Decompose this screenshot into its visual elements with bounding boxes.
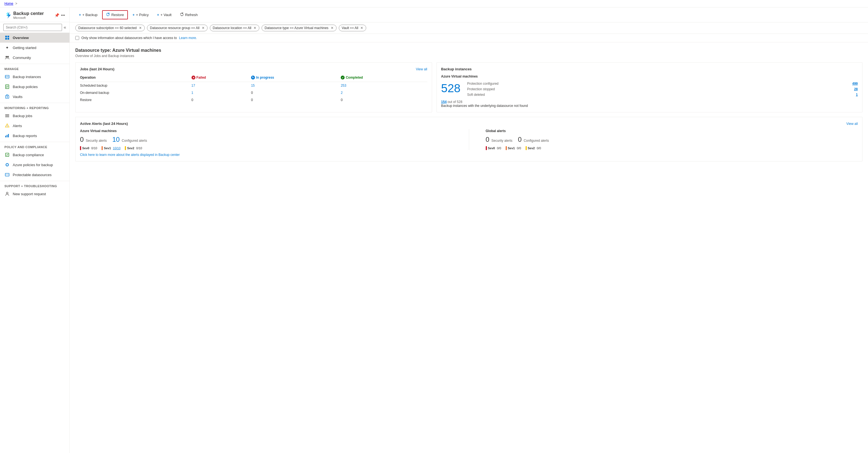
filter-subscription-label: Datasource subscription == 60 selected [78, 26, 137, 30]
more-options-button[interactable]: ••• [61, 13, 65, 18]
sidebar-item-backup-reports[interactable]: Backup reports [0, 131, 69, 141]
global-sev1-bar-icon [506, 146, 507, 150]
bi-soft-deleted-value[interactable]: 1 [856, 93, 858, 97]
sidebar-item-new-support-request[interactable]: New support request [0, 189, 69, 199]
filter-location-label: Datasource location == All [213, 26, 251, 30]
job-inprogress-link[interactable]: 15 [251, 84, 255, 88]
filter-datasource-type-label: Datasource type == Azure Virtual machine… [265, 26, 329, 30]
filter-datasource-type-close-icon[interactable]: ✕ [331, 26, 334, 30]
learn-more-link[interactable]: Learn more. [179, 36, 197, 40]
filter-location-close-icon[interactable]: ✕ [253, 26, 256, 30]
global-security-count-item: 0 Security alerts [486, 136, 513, 144]
datasource-access-label: Only show information about datasources … [82, 36, 177, 40]
azure-configured-count: 10 [113, 136, 120, 143]
community-icon [4, 55, 10, 60]
filter-resource-group-label: Datasource resource group == All [150, 26, 199, 30]
sidebar-item-backup-compliance[interactable]: Backup compliance [0, 150, 69, 160]
bi-protection-configured-label: Protection configured [467, 82, 498, 86]
pin-button[interactable]: 📌 [55, 13, 59, 18]
sidebar-item-backup-policies[interactable]: Backup policies [0, 82, 69, 92]
azure-sev1-item: Sev1 10/10 [101, 146, 120, 150]
job-inprogress-cell: 0 [251, 89, 341, 96]
job-completed-link[interactable]: 253 [341, 84, 346, 88]
sidebar-item-community-label: Community [13, 56, 31, 60]
bi-soft-deleted-row: Soft deleted 1 [467, 93, 858, 97]
support-section-label: Support + troubleshooting [0, 181, 69, 189]
job-failed-link[interactable]: 1 [191, 91, 193, 95]
filter-resource-group[interactable]: Datasource resource group == All ✕ [147, 25, 208, 31]
global-security-count: 0 [486, 136, 489, 143]
job-failed-link[interactable]: 17 [191, 84, 195, 88]
job-failed-cell[interactable]: 17 [191, 82, 251, 89]
filter-vault-close-icon[interactable]: ✕ [361, 26, 363, 30]
sidebar-item-backup-instances[interactable]: Backup instances [0, 72, 69, 82]
svg-rect-2 [5, 38, 7, 39]
backup-button[interactable]: + + Backup [75, 11, 101, 19]
global-section-title: Global alerts [486, 129, 858, 133]
job-completed-cell[interactable]: 2 [341, 89, 427, 96]
azure-sev2-label: Sev2 [127, 147, 134, 150]
bi-stats: Protection configured 499 Protection sto… [467, 82, 858, 97]
policy-button[interactable]: + + Policy [129, 11, 152, 19]
filter-vault[interactable]: Vault == All ✕ [339, 25, 367, 31]
sidebar-item-overview[interactable]: Overview [0, 33, 69, 43]
refresh-button[interactable]: Refresh [176, 10, 202, 19]
svg-rect-8 [7, 77, 8, 77]
sev1-bar-icon [101, 146, 103, 150]
global-alert-counts: 0 Security alerts 0 Configured alerts [486, 136, 858, 144]
alerts-card-header: Active Alerts (last 24 Hours) View all [80, 122, 858, 126]
azure-sev1-value[interactable]: 10/10 [113, 147, 121, 150]
backup-instances-card-header: Backup instances [441, 67, 858, 71]
sidebar-item-azure-policies[interactable]: Azure policies for backup [0, 160, 69, 170]
bi-protection-stopped-value[interactable]: 28 [854, 87, 858, 91]
filter-resource-group-close-icon[interactable]: ✕ [202, 26, 205, 30]
bi-number-row: 528 Protection configured 499 Protection… [441, 82, 858, 97]
page-title: Datasource type: Azure Virtual machines [75, 48, 863, 53]
sidebar: Backup center Microsoft 📌 ••• « Overview [0, 7, 70, 453]
home-link[interactable]: Home [4, 2, 13, 5]
sidebar-item-vaults[interactable]: Vaults [0, 92, 69, 101]
sidebar-item-alerts[interactable]: Alerts [0, 121, 69, 131]
azure-security-count: 0 [80, 136, 84, 143]
job-failed-cell[interactable]: 1 [191, 89, 251, 96]
bi-protection-configured-value[interactable]: 499 [852, 82, 858, 86]
global-sev2-value: 0/0 [537, 147, 541, 150]
restore-button[interactable]: Restore [102, 10, 128, 20]
datasource-access-checkbox[interactable] [75, 36, 79, 40]
global-sev0-item: Sev0 0/0 [486, 146, 501, 150]
filter-subscription[interactable]: Datasource subscription == 60 selected ✕ [75, 25, 145, 31]
vault-button[interactable]: + + Vault [153, 11, 175, 19]
bi-datasource-count[interactable]: 154 [441, 100, 447, 104]
filter-location[interactable]: Datasource location == All ✕ [210, 25, 259, 31]
sidebar-item-protectable-datasources[interactable]: Protectable datasources [0, 170, 69, 180]
sidebar-item-backup-jobs[interactable]: Backup jobs [0, 111, 69, 121]
filter-datasource-type[interactable]: Datasource type == Azure Virtual machine… [261, 25, 337, 31]
jobs-view-all-link[interactable]: View all [416, 67, 427, 71]
monitoring-section-label: Monitoring + reporting [0, 103, 69, 111]
alerts-learn-more-link[interactable]: Click here to learn more about the alert… [80, 153, 858, 157]
sidebar-item-getting-started[interactable]: ✦ Getting started [0, 43, 69, 53]
sidebar-item-backup-policies-label: Backup policies [13, 85, 38, 89]
svg-point-5 [7, 56, 9, 58]
jobs-operation-header: Operation [80, 74, 191, 82]
sidebar-item-alerts-label: Alerts [13, 124, 22, 128]
backup-plus-icon: + [79, 13, 81, 17]
alerts-view-all-link[interactable]: View all [846, 122, 858, 126]
sidebar-search-row: « [0, 22, 69, 33]
bi-subtitle: Azure Virtual machines [441, 74, 858, 78]
sidebar-item-protectable-datasources-label: Protectable datasources [13, 173, 52, 177]
job-completed-cell[interactable]: 253 [341, 82, 427, 89]
bi-datasource-note: 154 out of 528 Backup instances with the… [441, 100, 858, 108]
azure-vm-section-title: Azure Virtual machines [80, 129, 452, 133]
svg-point-28 [7, 175, 7, 175]
backup-reports-icon [4, 133, 10, 139]
sidebar-item-community[interactable]: Community [0, 53, 69, 63]
search-input[interactable] [3, 24, 62, 31]
svg-rect-15 [5, 114, 9, 115]
job-inprogress-cell[interactable]: 15 [251, 82, 341, 89]
failed-status-icon: ✕ [191, 76, 195, 80]
filter-subscription-close-icon[interactable]: ✕ [139, 26, 142, 30]
collapse-sidebar-button[interactable]: « [64, 25, 66, 30]
job-completed-link[interactable]: 2 [341, 91, 343, 95]
restore-icon [106, 12, 110, 17]
